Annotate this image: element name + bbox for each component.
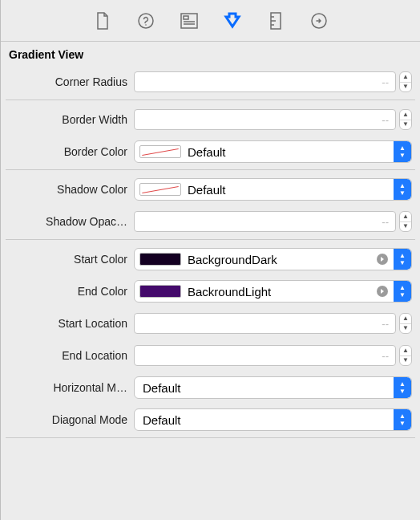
shadow-color-swatch — [139, 183, 181, 196]
divider — [6, 100, 415, 100]
row-shadow-color: Shadow Color Default ▲▼ — [1, 173, 420, 205]
dropdown-arrows-icon: ▲▼ — [394, 141, 411, 162]
inspector-toolbar — [1, 0, 420, 42]
row-border-color: Border Color Default ▲▼ — [1, 136, 420, 168]
label-diagonal-mode: Diagonal Mode — [1, 413, 134, 426]
label-border-color: Border Color — [1, 145, 134, 158]
svg-point-0 — [139, 14, 153, 28]
row-start-color: Start Color BackgroundDark ▲▼ — [1, 243, 420, 275]
shadow-color-select[interactable]: Default ▲▼ — [134, 178, 412, 201]
identity-inspector-icon[interactable] — [180, 11, 199, 30]
shadow-opacity-field[interactable]: -- — [134, 211, 396, 232]
row-start-location: Start Location -- ▲▼ — [1, 307, 420, 339]
label-end-location: End Location — [1, 349, 134, 362]
horizontal-mode-value: Default — [143, 381, 394, 395]
label-end-color: End Color — [1, 285, 134, 298]
diagonal-mode-value: Default — [143, 413, 394, 427]
end-location-field[interactable]: -- — [134, 345, 396, 366]
end-color-swatch — [139, 285, 181, 298]
label-start-color: Start Color — [1, 253, 134, 266]
start-color-select[interactable]: BackgroundDark ▲▼ — [134, 248, 412, 270]
label-corner-radius: Corner Radius — [1, 75, 134, 88]
row-end-location: End Location -- ▲▼ — [1, 339, 420, 372]
end-color-select[interactable]: BackroundLight ▲▼ — [134, 280, 412, 303]
border-color-value: Default — [188, 145, 394, 159]
diagonal-mode-select[interactable]: Default ▲▼ — [134, 408, 412, 431]
shadow-opacity-stepper[interactable]: ▲▼ — [399, 211, 412, 232]
section-title: Gradient View — [1, 42, 420, 66]
file-inspector-icon[interactable] — [93, 11, 112, 30]
row-corner-radius: Corner Radius -- ▲▼ — [1, 66, 420, 98]
divider — [6, 169, 415, 170]
label-start-location: Start Location — [1, 317, 134, 330]
dropdown-arrows-icon: ▲▼ — [394, 409, 411, 430]
size-inspector-icon[interactable] — [266, 11, 285, 30]
border-color-swatch — [139, 145, 181, 158]
dropdown-arrows-icon: ▲▼ — [394, 249, 411, 270]
inspector-panel: Gradient View Corner Radius -- ▲▼ Border… — [0, 0, 420, 520]
label-horizontal-mode: Horizontal M… — [1, 381, 134, 394]
row-end-color: End Color BackroundLight ▲▼ — [1, 275, 420, 307]
dropdown-arrows-icon: ▲▼ — [394, 281, 411, 302]
divider — [6, 437, 415, 438]
row-border-width: Border Width -- ▲▼ — [1, 104, 420, 136]
help-inspector-icon[interactable] — [136, 11, 155, 30]
jump-to-definition-icon[interactable] — [374, 283, 390, 299]
corner-radius-field[interactable]: -- — [134, 71, 396, 92]
horizontal-mode-select[interactable]: Default ▲▼ — [134, 376, 412, 399]
border-width-field[interactable]: -- — [134, 109, 396, 130]
jump-to-definition-icon[interactable] — [374, 251, 390, 267]
corner-radius-stepper[interactable]: ▲▼ — [399, 71, 412, 92]
border-width-stepper[interactable]: ▲▼ — [399, 109, 412, 130]
svg-point-1 — [145, 24, 147, 26]
dropdown-arrows-icon: ▲▼ — [394, 179, 411, 200]
svg-rect-3 — [184, 16, 188, 19]
row-diagonal-mode: Diagonal Mode Default ▲▼ — [1, 404, 420, 436]
start-location-stepper[interactable]: ▲▼ — [399, 313, 412, 334]
end-color-value: BackroundLight — [188, 285, 374, 299]
label-shadow-color: Shadow Color — [1, 183, 134, 196]
row-horizontal-mode: Horizontal M… Default ▲▼ — [1, 372, 420, 404]
label-border-width: Border Width — [1, 113, 134, 126]
start-location-field[interactable]: -- — [134, 313, 396, 334]
label-shadow-opacity: Shadow Opac… — [1, 215, 134, 228]
dropdown-arrows-icon: ▲▼ — [394, 377, 411, 398]
connections-inspector-icon[interactable] — [309, 11, 329, 30]
start-color-value: BackgroundDark — [188, 253, 374, 266]
attributes-inspector-icon[interactable] — [223, 11, 242, 30]
border-color-select[interactable]: Default ▲▼ — [134, 140, 412, 163]
start-color-swatch — [139, 253, 181, 266]
shadow-color-value: Default — [188, 183, 394, 197]
row-shadow-opacity: Shadow Opac… -- ▲▼ — [1, 205, 420, 238]
end-location-stepper[interactable]: ▲▼ — [399, 345, 412, 366]
divider — [6, 239, 415, 240]
